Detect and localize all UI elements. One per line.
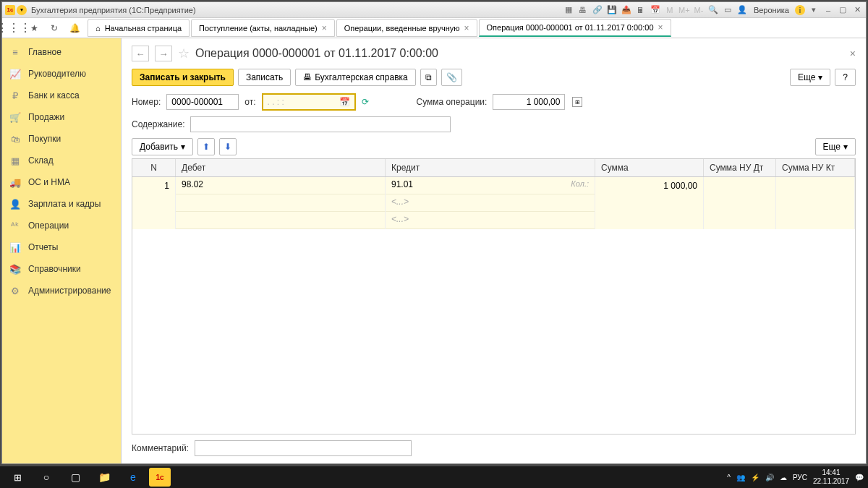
close-icon[interactable]: ✕ <box>851 4 863 16</box>
tab-close-icon[interactable]: × <box>658 22 663 33</box>
help-button[interactable]: ? <box>835 69 856 86</box>
grid-icon[interactable]: ▦ <box>563 4 574 16</box>
more-table-button[interactable]: Еще ▾ <box>815 138 856 155</box>
star-icon[interactable]: ★ <box>27 21 41 35</box>
link-icon[interactable]: 🔗 <box>592 4 603 16</box>
tab-home[interactable]: ⌂ Начальная страница <box>88 19 190 37</box>
col-sum[interactable]: Сумма <box>595 159 704 176</box>
content-input[interactable] <box>190 116 451 132</box>
sidebar-item-hr[interactable]: 👤Зарплата и кадры <box>2 193 121 215</box>
minimize-icon[interactable]: – <box>822 4 834 16</box>
refresh-icon[interactable]: ⟳ <box>362 97 369 107</box>
tray-cloud-icon[interactable]: ☁ <box>780 474 787 481</box>
ruble-icon: ₽ <box>9 90 21 101</box>
m-plus-icon[interactable]: M+ <box>678 4 690 16</box>
col-n[interactable]: N <box>132 159 176 176</box>
tray-notif-icon[interactable]: 💬 <box>855 474 864 481</box>
sidebar-item-admin[interactable]: ⚙Администрирование <box>2 280 121 301</box>
tray-clock[interactable]: 14:41 22.11.2017 <box>813 468 849 486</box>
sidebar-item-directories[interactable]: 📚Справочники <box>2 258 121 280</box>
calc-icon[interactable]: 🖩 <box>635 4 647 16</box>
cell-nu-kt[interactable] <box>776 177 855 229</box>
more-button[interactable]: Еще ▾ <box>790 69 830 86</box>
back-button[interactable]: ← <box>132 46 149 61</box>
search-button[interactable]: ○ <box>33 468 59 487</box>
col-nu-dt[interactable]: Сумма НУ Дт <box>704 159 776 176</box>
info-icon[interactable]: i <box>795 5 805 15</box>
tray-network-icon[interactable]: ⚡ <box>751 474 760 481</box>
calendar-icon[interactable]: 📅 <box>650 4 661 16</box>
col-credit[interactable]: Кредит <box>386 159 595 176</box>
m-minus-icon[interactable]: M- <box>693 4 705 16</box>
sum-input[interactable] <box>493 94 565 110</box>
number-input[interactable] <box>166 94 239 110</box>
tray-people-icon[interactable]: 👥 <box>736 474 745 481</box>
tray-lang[interactable]: РУС <box>793 474 807 481</box>
copy-button[interactable]: ⧉ <box>420 69 437 86</box>
table-row[interactable]: 1 98.02 91.01Кол.: <...> <...> 1 000,00 <box>132 177 855 229</box>
comment-input[interactable] <box>195 440 412 456</box>
print-icon[interactable]: 🖶 <box>577 4 589 16</box>
explorer-button[interactable]: 📁 <box>91 468 117 487</box>
tab-close-icon[interactable]: × <box>464 23 469 33</box>
taskview-button[interactable]: ▢ <box>62 468 88 487</box>
attach-button[interactable]: 📎 <box>441 69 462 86</box>
cell-sum[interactable]: 1 000,00 <box>595 177 704 229</box>
forward-button[interactable]: → <box>155 46 172 61</box>
zoom-icon[interactable]: 🔍 <box>707 4 719 16</box>
panel-icon[interactable]: ▭ <box>722 4 733 16</box>
user-icon: 👤 <box>736 4 748 16</box>
export-icon[interactable]: 📤 <box>621 4 632 16</box>
favorite-icon[interactable]: ☆ <box>178 46 190 61</box>
save-button[interactable]: Записать <box>238 69 291 86</box>
maximize-icon[interactable]: ▢ <box>837 4 848 16</box>
tab-operation[interactable]: Операция 0000-000001 от 01.11.2017 0:00:… <box>479 19 671 37</box>
sidebar-item-bank[interactable]: ₽Банк и касса <box>2 85 121 106</box>
cell-n[interactable]: 1 <box>132 177 176 229</box>
tray-up-icon[interactable]: ^ <box>727 474 731 481</box>
add-button[interactable]: Добавить ▾ <box>132 138 193 155</box>
close-page-icon[interactable]: × <box>850 48 856 59</box>
col-debit[interactable]: Дебет <box>176 159 386 176</box>
cell-debit[interactable]: 98.02 <box>176 177 386 229</box>
cell-credit[interactable]: 91.01Кол.: <...> <...> <box>386 177 595 229</box>
m-icon[interactable]: M <box>664 4 676 16</box>
sidebar-item-sales[interactable]: 🛒Продажи <box>2 106 121 128</box>
menu-icon: ≡ <box>9 46 21 58</box>
bell-icon[interactable]: 🔔 <box>67 21 82 35</box>
save-icon[interactable]: 💾 <box>606 4 618 16</box>
sidebar-item-assets[interactable]: 🚚ОС и НМА <box>2 171 121 193</box>
sidebar-item-main[interactable]: ≡Главное <box>2 41 121 63</box>
dd-icon[interactable]: ▾ <box>808 4 820 16</box>
sidebar-item-warehouse[interactable]: ▦Склад <box>2 150 121 171</box>
window-title: Бухгалтерия предприятия (1С:Предприятие) <box>31 6 563 14</box>
sidebar-item-manager[interactable]: 📈Руководителю <box>2 63 121 85</box>
credit-sub2: <...> <box>386 212 595 229</box>
move-up-button[interactable]: ⬆ <box>197 138 215 155</box>
sum-label: Сумма операции: <box>417 97 488 107</box>
dropdown-icon[interactable]: ▾ <box>17 5 27 15</box>
1c-button[interactable]: 1c <box>149 468 171 487</box>
sidebar-item-reports[interactable]: 📊Отчеты <box>2 236 121 258</box>
date-input[interactable]: . . : :📅 <box>262 93 356 111</box>
cell-nu-dt[interactable] <box>704 177 776 229</box>
col-nu-kt[interactable]: Сумма НУ Кт <box>776 159 855 176</box>
tab-receipts[interactable]: Поступление (акты, накладные) × <box>191 19 335 37</box>
start-button[interactable]: ⊞ <box>4 468 30 487</box>
tab-close-icon[interactable]: × <box>322 23 327 33</box>
sidebar-item-operations[interactable]: ᴬᵏОперации <box>2 215 121 236</box>
report-button[interactable]: 🖶Бухгалтерская справка <box>295 69 416 86</box>
move-down-button[interactable]: ⬇ <box>219 138 237 155</box>
history-icon[interactable]: ↻ <box>47 21 61 35</box>
apps-icon[interactable]: ⋮⋮⋮ <box>7 21 21 35</box>
save-close-button[interactable]: Записать и закрыть <box>132 69 234 86</box>
cart-icon: 🛒 <box>9 111 21 123</box>
calculator-icon[interactable]: ⊞ <box>572 97 582 107</box>
tray-volume-icon[interactable]: 🔊 <box>765 474 774 481</box>
edge-button[interactable]: e <box>120 468 146 487</box>
sidebar-item-purchases[interactable]: 🛍Покупки <box>2 128 121 150</box>
debit-sub1 <box>176 194 385 212</box>
calendar-icon[interactable]: 📅 <box>339 97 350 107</box>
tab-manual-ops[interactable]: Операции, введенные вручную × <box>336 19 477 37</box>
gear-icon: ⚙ <box>9 285 21 296</box>
